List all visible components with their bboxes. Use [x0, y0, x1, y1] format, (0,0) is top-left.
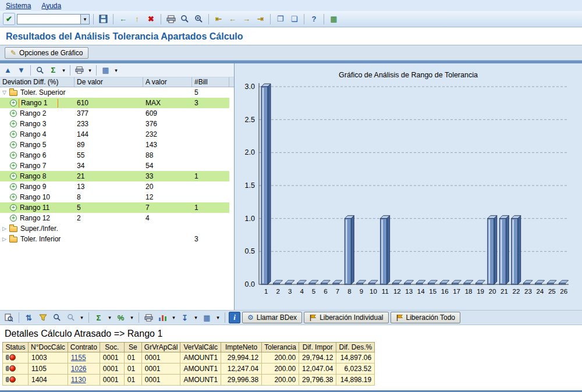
sum-menu-icon[interactable]: ▾ [107, 312, 113, 324]
expand-node-icon[interactable]: + [10, 173, 17, 180]
table-row[interactable]: 140411300001010001AMOUNT129,996.38200.00… [3, 375, 375, 386]
tree-row[interactable]: +Rango 10812 [0, 192, 229, 202]
column-header[interactable]: N°DocCálc [29, 343, 68, 352]
tree-row[interactable]: +Rango 65588 [0, 150, 229, 161]
liberacion-individual-button[interactable]: Liberación Individual [304, 312, 388, 323]
export-icon[interactable]: ↧ [179, 312, 191, 324]
expand-node-icon[interactable]: + [10, 141, 17, 148]
tree-row[interactable]: +Rango 821331 [0, 171, 229, 181]
expand-caret-icon[interactable]: ▷ [1, 236, 8, 242]
command-history-icon[interactable]: ▾ [81, 14, 90, 24]
column-header[interactable]: Dif. Des.% [336, 343, 375, 352]
print-icon[interactable] [73, 64, 86, 76]
sum-menu-icon[interactable]: ▾ [61, 64, 67, 76]
collapse-all-icon[interactable]: ▲ [2, 64, 14, 76]
tree-row[interactable]: +Rango 2377609 [0, 108, 229, 119]
tree-row[interactable]: +Rango 1224 [0, 213, 229, 223]
next-page-icon[interactable]: → [240, 13, 253, 25]
command-input[interactable] [17, 14, 81, 24]
last-page-icon[interactable]: ⇥ [254, 13, 267, 25]
expand-node-icon[interactable]: + [10, 110, 17, 117]
expand-node-icon[interactable]: + [10, 99, 17, 106]
table-row[interactable]: 100311550001010001AMOUNT129,994.12200.00… [3, 352, 375, 364]
tree-node-label[interactable]: Rango 4 [19, 130, 47, 138]
first-page-icon[interactable]: ⇤ [212, 13, 225, 25]
tree-node-label[interactable]: Toler. Inferior [19, 235, 62, 243]
info-button[interactable]: i [229, 312, 240, 323]
tree-node-label[interactable]: Rango 11 [19, 204, 51, 212]
find-icon[interactable] [179, 13, 191, 25]
back-icon[interactable]: ← [117, 13, 129, 25]
expand-node-icon[interactable]: + [10, 152, 17, 159]
contrato-link[interactable]: 1026 [71, 365, 87, 373]
previous-page-icon[interactable]: ← [226, 13, 239, 25]
llamar-bdex-button[interactable]: ⚙ Llamar BDex [242, 312, 302, 323]
find-next-icon[interactable] [65, 312, 77, 324]
views-menu-icon[interactable]: ▾ [113, 64, 119, 76]
filter-menu-icon[interactable]: ▾ [79, 312, 85, 324]
tree-node-label[interactable]: Rango 6 [19, 151, 47, 159]
tree-node-label[interactable]: Rango 8 [19, 172, 47, 180]
column-header[interactable]: Dif. Impor [299, 343, 336, 352]
find-next-icon[interactable] [193, 13, 205, 25]
tree-row[interactable]: +Rango 589143 [0, 140, 229, 150]
column-header[interactable]: ImpteNeto [221, 343, 262, 352]
expand-node-icon[interactable]: + [10, 215, 17, 222]
sort-icon[interactable]: ⇅ [23, 312, 35, 324]
tree-node-label[interactable]: Rango 1 [19, 99, 58, 108]
new-session-icon[interactable]: ❐ [274, 13, 286, 25]
sum-icon[interactable]: Σ [93, 312, 105, 324]
column-header[interactable]: Tolerancia [262, 343, 299, 352]
column-header[interactable]: Contrato [68, 343, 100, 352]
print-icon[interactable] [165, 13, 177, 25]
tree-row[interactable]: +Rango 91320 [0, 181, 229, 192]
graph-icon[interactable] [157, 312, 169, 324]
expand-caret-icon[interactable]: ▷ [1, 226, 8, 231]
collapse-caret-icon[interactable]: ▽ [1, 90, 8, 95]
print-menu-icon[interactable]: ▾ [87, 64, 93, 76]
tree-node-label[interactable]: Rango 10 [19, 193, 51, 201]
tree-row[interactable]: ▽Toler. Superior5 [0, 87, 229, 98]
find-icon[interactable] [51, 312, 63, 324]
column-header-bill[interactable]: #Bill [192, 77, 229, 87]
column-header-a-valor[interactable]: A valor [143, 77, 192, 87]
customize-layout-icon[interactable]: ▦ [328, 13, 340, 25]
column-header-de-valor[interactable]: De valor [74, 77, 143, 87]
expand-node-icon[interactable]: + [10, 120, 17, 127]
liberacion-todo-button[interactable]: Liberación Todo [391, 312, 461, 323]
menu-ayuda[interactable]: Ayuda [41, 2, 61, 10]
layout-menu-icon[interactable]: ▾ [215, 312, 221, 324]
column-header-deviation[interactable]: Deviation Diff. (%) [0, 77, 74, 87]
tree-node-label[interactable]: Rango 12 [19, 214, 51, 222]
graph-options-button[interactable]: ✎ Opciones de Gráfico [5, 47, 88, 59]
expand-all-icon[interactable]: ▼ [15, 64, 27, 76]
column-header[interactable]: Se [124, 343, 141, 352]
column-header[interactable]: Status [3, 343, 29, 352]
help-icon[interactable]: ? [308, 13, 320, 25]
tree-row[interactable]: +Rango 3233376 [0, 119, 229, 129]
tree-node-label[interactable]: Rango 7 [19, 162, 47, 170]
expand-node-icon[interactable]: + [10, 194, 17, 201]
cancel-icon[interactable]: ✖ [145, 13, 157, 25]
graph-menu-icon[interactable]: ▾ [171, 312, 177, 324]
subtotal-icon[interactable]: % [115, 312, 127, 324]
expand-node-icon[interactable]: + [10, 183, 17, 190]
menu-sistema[interactable]: Sistema [6, 2, 31, 10]
expand-node-icon[interactable]: + [10, 204, 17, 211]
enter-icon[interactable]: ✔ [3, 13, 15, 25]
contrato-link[interactable]: 1155 [71, 354, 86, 362]
tree-row[interactable]: +Rango 11571 [0, 202, 229, 213]
tree-node-label[interactable]: Rango 3 [19, 120, 47, 128]
layout-icon[interactable]: ▦ [201, 312, 213, 324]
tree-node-label[interactable]: Rango 9 [19, 183, 47, 191]
sum-icon[interactable]: Σ [47, 64, 59, 76]
tree-node-label[interactable]: Rango 5 [19, 141, 47, 149]
tree-node-label[interactable]: Super./Infer. [19, 224, 59, 233]
tree-node-label[interactable]: Toler. Superior [19, 88, 66, 97]
contrato-link[interactable]: 1130 [71, 376, 86, 384]
views-icon[interactable]: ▦ [100, 64, 112, 76]
save-icon[interactable] [97, 13, 109, 25]
create-shortcut-icon[interactable]: ❏ [288, 13, 300, 25]
tree-row[interactable]: ▷Toler. Inferior3 [0, 234, 229, 244]
print-icon[interactable] [143, 312, 155, 324]
